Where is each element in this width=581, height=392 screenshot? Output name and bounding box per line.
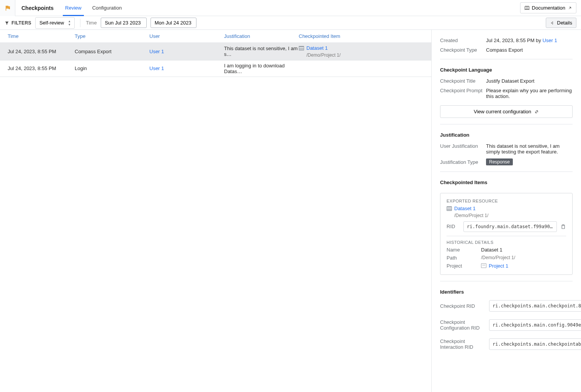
justification-type-badge: Response (486, 158, 513, 165)
self-review-dropdown[interactable]: Self-review ▴▾ (35, 17, 75, 29)
checkpoint-prompt-label: Checkpoint Prompt (440, 88, 486, 99)
sort-icon: ▴▾ (69, 20, 70, 26)
rid-value[interactable]: ri.foundry.main.dataset.f99a90ee-88 (463, 221, 557, 232)
panel-collapse-icon (550, 21, 555, 25)
rid-label: RID (447, 224, 460, 229)
hist-path-value: /Demo/Project 1/ (481, 255, 566, 261)
column-type[interactable]: Type (75, 33, 149, 39)
page-title: Checkpoints (15, 5, 60, 11)
user-justification-value: This dataset is not sensitive, I am simp… (486, 143, 573, 155)
svg-rect-0 (562, 225, 565, 228)
hist-project-link[interactable]: Project 1 (481, 263, 508, 269)
table-area: Time Type User Justification Checkpointe… (0, 30, 432, 392)
details-panel: Created Jul 24, 2023, 8:55 PM by User 1 … (432, 30, 581, 392)
table-header: Time Type User Justification Checkpointe… (0, 30, 431, 43)
exported-resource-label: EXPORTED RESOURCE (447, 199, 566, 203)
divider (80, 19, 80, 27)
topbar: Checkpoints Review Configuration Documen… (0, 0, 581, 16)
clipboard-icon (560, 224, 566, 229)
created-label: Created (440, 38, 486, 43)
section-checkpoint-language: Checkpoint Language (440, 67, 573, 73)
cell-time: Jul 24, 2023, 8:55 PM (0, 65, 75, 71)
checkpoint-prompt-value: Please explain why you are performing th… (486, 88, 573, 99)
date-to-input[interactable] (151, 18, 196, 28)
svg-rect-1 (562, 224, 564, 225)
cell-type: Compass Export (75, 49, 149, 54)
column-justification[interactable]: Justification (224, 33, 299, 39)
cell-user-link[interactable]: User 1 (149, 65, 224, 71)
cell-justification: This dataset is not sensitive, I am s… (224, 46, 299, 57)
exported-dataset-path: /Demo/Project 1/ (454, 213, 566, 218)
user-justification-label: User Justification (440, 143, 486, 155)
external-link-icon (568, 6, 572, 10)
tab-review[interactable]: Review (60, 0, 87, 16)
dataset-path: /Demo/Project 1/ (306, 52, 431, 58)
filters-label: FILTERS (5, 20, 31, 26)
column-item[interactable]: Checkpointed Item (299, 33, 431, 39)
cell-type: Login (75, 65, 149, 71)
exported-dataset-link[interactable]: Dataset 1 (447, 206, 476, 211)
filter-icon (5, 21, 9, 25)
checkpoint-type-value: Compass Export (486, 47, 573, 53)
hist-path-label: Path (447, 255, 481, 261)
table-row[interactable]: Jul 24, 2023, 8:55 PM Compass Export Use… (0, 43, 431, 60)
column-time[interactable]: Time (0, 33, 75, 39)
checkpoint-title-value: Justify Dataset Export (486, 78, 573, 84)
section-checkpointed-items: Checkpointed Items (440, 180, 573, 185)
id-label-config-rid: Checkpoint Configuration RID (440, 319, 486, 331)
documentation-button[interactable]: Documentation (520, 2, 576, 13)
justification-type-label: Justification Type (440, 159, 486, 165)
dataset-link[interactable]: Dataset 1 (299, 45, 328, 51)
table-row[interactable]: Jul 24, 2023, 8:55 PM Login User 1 I am … (0, 60, 431, 77)
external-link-icon (534, 109, 539, 114)
section-justification: Justification (440, 132, 573, 138)
cell-justification: I am logging in to download Datas… (224, 63, 299, 74)
details-toggle-button[interactable]: Details (546, 18, 576, 28)
project-icon (481, 263, 486, 268)
dataset-icon (299, 46, 304, 51)
time-label: Time (86, 20, 97, 26)
created-user-link[interactable]: User 1 (542, 38, 557, 43)
hist-name-value: Dataset 1 (481, 247, 566, 253)
app-flag-icon (0, 0, 15, 16)
table-body: Jul 24, 2023, 8:55 PM Compass Export Use… (0, 43, 431, 77)
id-label-checkpoint-rid: Checkpoint RID (440, 303, 486, 309)
view-configuration-button[interactable]: View current configuration (440, 105, 573, 118)
cell-time: Jul 24, 2023, 8:55 PM (0, 49, 75, 54)
id-value-interaction-rid[interactable]: ri.checkpoints.main.checkpointable-inter… (489, 338, 581, 350)
checkpoint-type-label: Checkpoint Type (440, 47, 486, 53)
exported-resource-box: EXPORTED RESOURCE Dataset 1 /Demo/Projec… (440, 193, 573, 275)
created-value: Jul 24, 2023, 8:55 PM by User 1 (486, 38, 573, 43)
cell-user-link[interactable]: User 1 (149, 49, 224, 54)
hist-project-label: Project (447, 263, 481, 269)
id-value-checkpoint-rid[interactable]: ri.checkpoints.main.checkpoint.88602907 (489, 300, 581, 312)
filterbar: FILTERS Self-review ▴▾ Time Details (0, 16, 581, 30)
date-from-input[interactable] (101, 18, 147, 28)
checkpoint-title-label: Checkpoint Title (440, 78, 486, 84)
column-user[interactable]: User (149, 33, 224, 39)
book-icon (524, 5, 530, 11)
hist-name-label: Name (447, 247, 481, 253)
id-value-config-rid[interactable]: ri.checkpoints.main.config.9049e317-786a (489, 319, 581, 331)
section-identifiers: Identifiers (440, 289, 573, 295)
dataset-icon (447, 206, 452, 211)
historical-details-label: HISTORICAL DETAILS (447, 240, 566, 245)
copy-rid-button[interactable] (560, 224, 566, 230)
cell-item: Dataset 1 /Demo/Project 1/ (299, 45, 431, 58)
id-label-interaction-rid: Checkpoint Interaction RID (440, 338, 486, 350)
tab-configuration[interactable]: Configuration (87, 0, 127, 16)
